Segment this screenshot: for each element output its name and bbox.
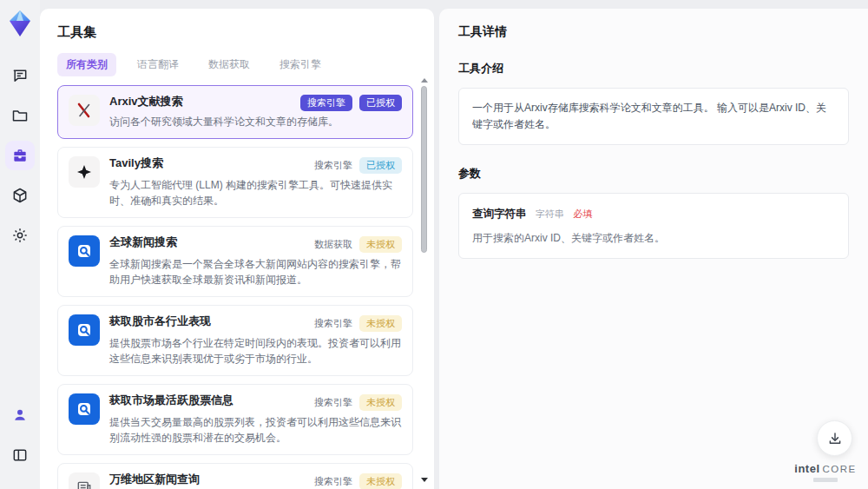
tool-list-panel: 工具集 所有类别 语言翻译 数据获取 搜索引擎 Arxiv文献搜索 搜索引擎 已…	[40, 9, 434, 489]
chat-icon	[11, 67, 29, 84]
tool-card-tavily[interactable]: Tavily搜索 搜索引擎 已授权 专为人工智能代理 (LLM) 构建的搜索引擎…	[57, 147, 413, 218]
tool-description: 专为人工智能代理 (LLM) 构建的搜索引擎工具。可快速提供实时、准确和真实的结…	[109, 177, 402, 208]
category-badge: 搜索引擎	[300, 95, 352, 111]
sparkle-icon	[69, 156, 100, 188]
param-required-badge: 必填	[573, 208, 592, 219]
sidebar-item-models[interactable]	[5, 181, 35, 210]
sidebar-item-tools[interactable]	[5, 141, 35, 170]
tool-card-most-active-stocks[interactable]: 获取市场最活跃股票信息 搜索引擎 未授权 提供当天交易量最高的股票列表，投资者可…	[57, 384, 413, 455]
scroll-up-arrow[interactable]	[421, 78, 428, 83]
sidebar-item-chat[interactable]	[5, 61, 35, 90]
search-logo-icon	[69, 314, 100, 346]
user-icon	[11, 406, 29, 424]
tool-description: 全球新闻搜索是一个聚合全球各大新闻网站内容的搜索引擎，帮助用户快速获取全球最新资…	[109, 256, 402, 287]
brand-core-text: CORE	[823, 464, 857, 474]
tool-card-global-news[interactable]: 全球新闻搜索 数据获取 未授权 全球新闻搜索是一个聚合全球各大新闻网站内容的搜索…	[57, 226, 413, 297]
auth-badge: 未授权	[359, 236, 402, 253]
arxiv-logo-icon	[69, 95, 100, 126]
tool-detail-panel: 工具详情 工具介绍 一个用于从Arxiv存储库搜索科学论文和文章的工具。 输入可…	[439, 9, 868, 489]
tool-card-regional-news[interactable]: 万维地区新闻查询 搜索引擎 未授权 查询具体行政区划内的新闻，快速了解各地新闻动	[57, 463, 413, 489]
param-box: 查询字符串 字符串 必填 用于搜索的Arxiv ID、关键字或作者姓名。	[458, 193, 849, 258]
tool-name: 获取股市各行业表现	[109, 314, 211, 329]
param-description: 用于搜索的Arxiv ID、关键字或作者姓名。	[472, 230, 835, 247]
category-label: 搜索引擎	[314, 472, 352, 489]
sidebar-item-collapse[interactable]	[5, 440, 35, 470]
category-label: 搜索引擎	[314, 156, 352, 175]
auth-badge: 已授权	[359, 157, 402, 174]
scroll-down-arrow[interactable]	[421, 478, 428, 482]
auth-badge: 未授权	[359, 315, 402, 332]
scrollbar-thumb[interactable]	[421, 86, 427, 253]
tab-all-categories[interactable]: 所有类别	[57, 53, 116, 76]
folder-icon	[11, 107, 29, 124]
category-label: 搜索引擎	[314, 393, 352, 412]
gear-icon	[11, 227, 29, 244]
brand-underline	[813, 478, 838, 482]
toolbox-icon	[11, 147, 29, 164]
tool-list: Arxiv文献搜索 搜索引擎 已授权 访问各个研究领域大量科学论文和文章的存储库…	[57, 85, 413, 489]
download-button[interactable]	[817, 420, 852, 456]
sidebar-item-settings[interactable]	[5, 221, 35, 250]
category-label: 搜索引擎	[314, 314, 352, 333]
category-tabs: 所有类别 语言翻译 数据获取 搜索引擎	[57, 53, 434, 76]
tool-name: Tavily搜索	[109, 156, 163, 171]
sidebar-item-files[interactable]	[5, 101, 35, 130]
intro-box: 一个用于从Arxiv存储库搜索科学论文和文章的工具。 输入可以是Arxiv ID…	[458, 88, 849, 145]
tool-card-arxiv[interactable]: Arxiv文献搜索 搜索引擎 已授权 访问各个研究领域大量科学论文和文章的存储库…	[57, 85, 413, 139]
auth-badge: 未授权	[359, 473, 402, 489]
list-scrollbar[interactable]	[420, 78, 428, 482]
param-type: 字符串	[536, 208, 564, 219]
download-icon	[827, 431, 843, 446]
tab-language-translate[interactable]: 语言翻译	[128, 53, 187, 76]
tool-card-sector-performance[interactable]: 获取股市各行业表现 搜索引擎 未授权 提供股票市场各个行业在特定时间段内的表现。…	[57, 305, 413, 376]
tool-description: 提供股票市场各个行业在特定时间段内的表现。投资者可以利用这些信息来识别表现优于或…	[109, 335, 402, 367]
brand-intel-text: intel	[794, 462, 819, 475]
category-label: 数据获取	[314, 235, 352, 254]
detail-title: 工具详情	[458, 24, 849, 40]
tab-data-fetch[interactable]: 数据获取	[200, 53, 259, 76]
param-header: 查询字符串 字符串 必填	[472, 205, 835, 222]
app-logo-icon[interactable]	[5, 9, 35, 38]
auth-badge: 未授权	[359, 394, 402, 411]
tool-description: 提供当天交易量最高的股票列表，投资者可以利用这些信息来识别流动性强的股票和潜在的…	[109, 414, 402, 446]
intro-text: 一个用于从Arxiv存储库搜索科学论文和文章的工具。 输入可以是Arxiv ID…	[472, 102, 826, 130]
left-sidebar	[0, 0, 40, 489]
panel-toggle-icon	[11, 446, 29, 464]
tab-search-engine[interactable]: 搜索引擎	[271, 53, 330, 76]
search-logo-icon	[69, 235, 100, 267]
tool-description: 访问各个研究领域大量科学论文和文章的存储库。	[109, 114, 402, 129]
tool-name: 获取市场最活跃股票信息	[109, 393, 233, 408]
tool-name: 万维地区新闻查询	[109, 472, 200, 487]
page-title: 工具集	[57, 24, 434, 41]
cube-icon	[11, 187, 29, 204]
newspaper-icon	[69, 472, 100, 489]
intro-heading: 工具介绍	[458, 61, 849, 76]
param-name: 查询字符串	[472, 208, 527, 220]
sidebar-item-account[interactable]	[5, 400, 35, 430]
params-heading: 参数	[458, 166, 849, 182]
tool-name: Arxiv文献搜索	[109, 95, 183, 109]
tool-name: 全球新闻搜索	[109, 235, 177, 250]
search-logo-icon	[69, 393, 100, 425]
intel-core-logo: intel CORE	[792, 462, 859, 482]
auth-badge: 已授权	[359, 95, 402, 111]
